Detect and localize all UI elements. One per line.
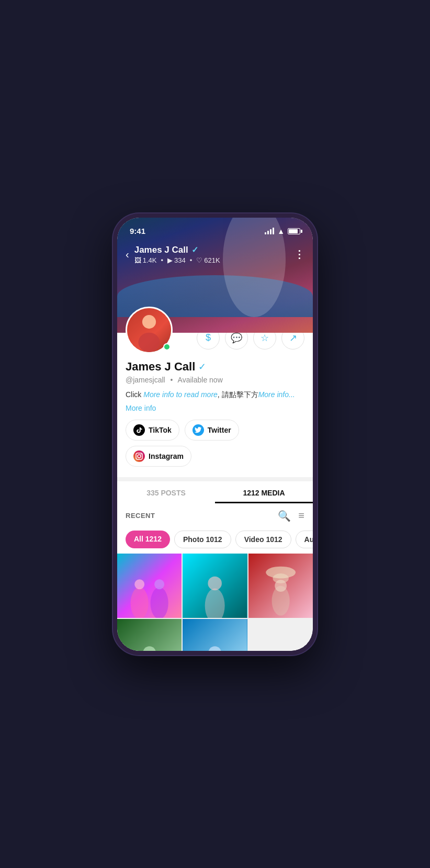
tiktok-link[interactable]: TikTok [126, 420, 179, 441]
media-item-1[interactable] [117, 554, 182, 618]
svg-point-9 [151, 587, 168, 618]
social-links: TikTok Twitter [126, 420, 304, 467]
filter-auto[interactable]: Auto [296, 531, 313, 548]
svg-rect-7 [117, 554, 182, 618]
header-title: James J Call ✓ [134, 245, 220, 255]
twitter-icon [193, 424, 204, 436]
filter-row: All 1212 Photo 1012 Video 1012 Auto [117, 526, 313, 554]
header-stats: 🖼 1.4K • ▶ 334 • ♡ 621K [134, 256, 220, 264]
header-left: ‹ James J Call ✓ 🖼 1.4K • ▶ 334 • ♡ 621K [126, 245, 220, 264]
instagram-link[interactable]: Instagram [126, 446, 191, 467]
profile-name-row: James J Call ✓ [126, 360, 304, 374]
profile-name: James J Call [126, 360, 195, 374]
media-item-5[interactable] [183, 619, 247, 651]
header-verified-icon: ✓ [191, 245, 198, 255]
tab-media[interactable]: 1212 MEDIA [215, 481, 313, 503]
svg-point-11 [154, 579, 164, 589]
media-action-icons: 🔍 ≡ [278, 510, 304, 522]
tiktok-label: TikTok [149, 426, 172, 434]
header-bar: ‹ James J Call ✓ 🖼 1.4K • ▶ 334 • ♡ 621K [117, 241, 313, 268]
section-divider [117, 477, 313, 481]
media-thumbnail-4 [117, 619, 182, 651]
svg-point-14 [208, 576, 222, 590]
svg-point-5 [138, 455, 141, 458]
svg-point-3 [138, 332, 160, 352]
bio-link-2[interactable]: More info... [258, 390, 295, 399]
media-thumbnail-3 [248, 554, 313, 618]
search-icon[interactable]: 🔍 [278, 510, 291, 522]
profile-handle: @jamesjcall • Available now [126, 376, 304, 384]
header-username: James J Call [134, 245, 188, 255]
media-item-3[interactable] [248, 554, 313, 618]
avatar-wrap [126, 307, 173, 354]
profile-bio: Click More info to read more, 請點擊下方More … [126, 389, 304, 400]
more-options-button[interactable]: ⋮ [294, 248, 304, 261]
instagram-icon [133, 450, 145, 462]
profile-verified-icon: ✓ [198, 361, 206, 373]
status-icons: ▲ [265, 227, 300, 235]
availability-text: Available now [178, 376, 223, 384]
more-info-link[interactable]: More info [126, 404, 156, 412]
bio-mid: , 請點擊下方 [218, 390, 258, 399]
media-grid [117, 554, 313, 651]
tiktok-icon [133, 424, 145, 436]
media-item-4[interactable] [117, 619, 182, 651]
online-status-dot [163, 343, 171, 351]
svg-point-19 [275, 580, 287, 592]
media-controls: RECENT 🔍 ≡ [117, 503, 313, 526]
filter-video[interactable]: Video 1012 [235, 531, 291, 548]
filter-icon[interactable]: ≡ [298, 510, 304, 522]
media-thumbnail-5 [183, 619, 247, 651]
media-thumbnail-2 [183, 554, 247, 618]
media-thumbnail-1 [117, 554, 182, 618]
instagram-label: Instagram [149, 452, 184, 460]
status-time: 9:41 [130, 227, 145, 235]
filter-photo[interactable]: Photo 1012 [174, 531, 231, 548]
status-bar: 9:41 ▲ [117, 218, 313, 241]
media-item-2[interactable] [183, 554, 247, 618]
battery-icon [288, 228, 300, 234]
header-title-block: James J Call ✓ 🖼 1.4K • ▶ 334 • ♡ 621K [134, 245, 220, 264]
likes-stat: ♡ 621K [196, 256, 220, 264]
content-tabs: 335 POSTS 1212 MEDIA [117, 481, 313, 503]
profile-section: $ 💬 ☆ ↗ James J Call ✓ @jamesjcall • Ava… [117, 333, 313, 477]
photos-stat: 🖼 1.4K [134, 256, 157, 264]
twitter-label: Twitter [208, 426, 231, 434]
handle-text: @jamesjcall [126, 376, 165, 384]
recent-label: RECENT [126, 512, 155, 520]
phone-screen: 9:41 ▲ [117, 218, 313, 651]
videos-stat: ▶ 334 [167, 256, 186, 264]
svg-point-10 [134, 579, 144, 589]
filter-all[interactable]: All 1212 [126, 531, 170, 548]
tab-posts[interactable]: 335 POSTS [117, 481, 215, 503]
phone-frame: 9:41 ▲ [113, 213, 317, 655]
svg-point-8 [131, 587, 149, 618]
svg-point-2 [142, 315, 156, 329]
twitter-link[interactable]: Twitter [185, 420, 239, 441]
back-button[interactable]: ‹ [126, 249, 129, 261]
bio-prefix: Click [126, 390, 143, 399]
signal-icon [265, 228, 274, 234]
svg-rect-20 [117, 619, 182, 651]
wifi-icon: ▲ [277, 227, 285, 235]
svg-point-6 [141, 454, 142, 455]
bio-link-1[interactable]: More info to read more [143, 390, 218, 399]
svg-rect-23 [183, 619, 247, 651]
svg-rect-4 [136, 453, 142, 459]
